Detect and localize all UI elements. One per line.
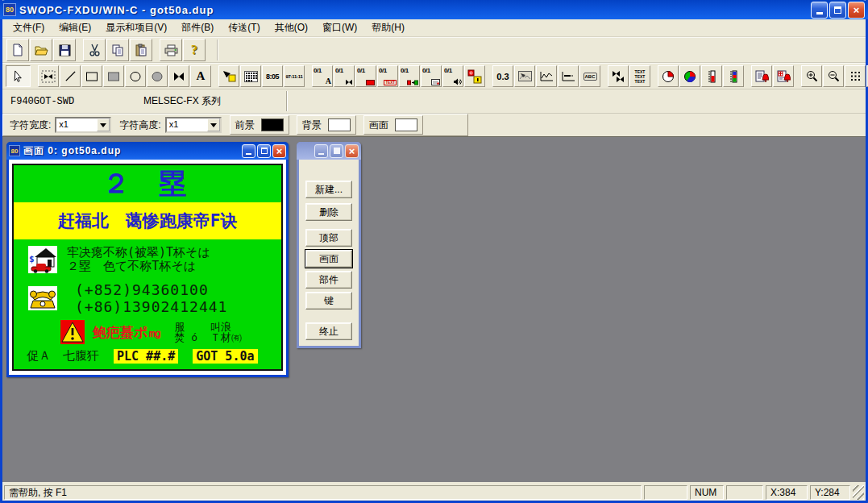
menu-file[interactable]: 文件(F) <box>6 19 52 37</box>
foreground-color-button[interactable]: 前景 <box>230 115 289 135</box>
filled-ellipse-icon <box>151 71 164 82</box>
screen-maximize-button[interactable] <box>257 144 271 158</box>
open-file-button[interactable] <box>30 39 52 61</box>
menu-window[interactable]: 窗口(W) <box>315 19 364 37</box>
level-meter-button[interactable] <box>701 65 722 87</box>
help-button[interactable]: ? <box>183 39 206 61</box>
zero-one-window-button[interactable]: 0/1 <box>421 65 442 87</box>
image-icon <box>518 71 532 81</box>
zoom-in-button[interactable] <box>801 65 822 87</box>
valve-button[interactable] <box>168 65 189 87</box>
screen-canvas-area[interactable]: ２ 塁 赶福北 蔼惨跑康帝F诀 $ <box>9 160 286 375</box>
top-button[interactable]: 顶部 <box>305 229 352 247</box>
clock-button[interactable]: 8:05 <box>262 65 283 87</box>
select-part-button[interactable] <box>38 65 59 87</box>
new-screen-button[interactable]: 新建... <box>305 181 352 198</box>
ascii-grid-button[interactable] <box>240 65 261 87</box>
screen-window-title-bar[interactable]: 80 画面 0: got50a.dup × <box>6 142 289 160</box>
screen-color-swatch[interactable] <box>395 118 417 131</box>
panel-close-button[interactable]: × <box>345 144 359 158</box>
zero-one-switch-button[interactable]: 0/1 <box>399 65 420 87</box>
resize-grip[interactable] <box>853 485 864 500</box>
zero-one-textbox-button[interactable]: 0/1TEXT <box>377 65 398 87</box>
panel-minimize-button[interactable] <box>314 144 328 158</box>
pie-chart-button[interactable] <box>658 65 679 87</box>
screen-info-row[interactable]: $ 牢决瘪不称(被翠)T杯そは ２塁 色て不称T杯そは <box>14 239 281 280</box>
decimal-display-button[interactable]: 0.3 <box>492 65 513 87</box>
screen-button[interactable]: 画面 <box>305 250 352 268</box>
background-swatch[interactable] <box>328 118 351 131</box>
copy-button[interactable] <box>106 39 129 61</box>
paste-button[interactable] <box>130 39 152 61</box>
line-button[interactable] <box>60 65 81 87</box>
new-file-button[interactable] <box>6 39 29 61</box>
char-height-select[interactable]: x1 <box>165 117 222 133</box>
title-bar[interactable]: 80 SWOPC-FXDU/WIN-C - got50a.dup × <box>0 0 868 19</box>
toggle-button-button[interactable] <box>464 65 485 87</box>
screen-minimize-button[interactable] <box>242 144 255 158</box>
print-button[interactable] <box>160 39 182 61</box>
foreground-swatch[interactable] <box>261 118 284 131</box>
alarm-history-button[interactable] <box>773 65 794 87</box>
char-width-dropdown-button[interactable] <box>97 118 110 131</box>
screen-phone-row[interactable]: (+852)94360100 (+86)13902412441 <box>14 280 281 317</box>
char-width-select[interactable]: x1 <box>55 117 111 133</box>
terminate-button[interactable]: 终止 <box>305 322 352 340</box>
zero-one-lamp-button[interactable]: 0/1 <box>355 65 376 87</box>
close-button[interactable]: × <box>848 2 865 19</box>
minimize-button[interactable] <box>811 2 828 19</box>
maximize-button[interactable] <box>829 2 846 19</box>
date-button[interactable]: 97:11:11 <box>284 65 305 87</box>
minimize-icon <box>318 153 324 155</box>
abc-display-button[interactable]: ABC <box>579 65 600 87</box>
ellipse-icon <box>129 71 142 82</box>
save-file-button[interactable] <box>53 39 76 61</box>
bar-graph-button[interactable] <box>558 65 579 87</box>
zero-one-valve-button[interactable]: 0/1 <box>334 65 355 87</box>
zoom-out-button[interactable] <box>823 65 844 87</box>
screen-subtitle-text[interactable]: 赶福北 蔼惨跑康帝F诀 <box>14 202 281 239</box>
screen-close-button[interactable]: × <box>272 144 286 158</box>
menu-help[interactable]: 帮助(H) <box>364 19 412 37</box>
cut-button[interactable] <box>83 39 106 61</box>
panel-title-bar[interactable]: × <box>297 142 361 160</box>
grid-button[interactable] <box>845 65 866 87</box>
key-button[interactable]: 键 <box>305 292 352 310</box>
screen-color-button[interactable]: 画面 <box>363 115 423 135</box>
image-button[interactable] <box>514 65 535 87</box>
zero-one-buzzer-button[interactable]: 0/1 <box>442 65 463 87</box>
screen-banner-text[interactable]: ２ 塁 <box>14 165 281 202</box>
ellipse-button[interactable] <box>125 65 146 87</box>
alarm-list-button[interactable] <box>751 65 772 87</box>
rectangle-icon <box>85 71 98 82</box>
panel-maximize-button[interactable] <box>330 144 343 158</box>
filled-rectangle-button[interactable] <box>103 65 124 87</box>
filled-ellipse-button[interactable] <box>147 65 168 87</box>
screen-warning-row[interactable]: 鲍疤蟇ポ㎎ 服 焚 ó 叫浪 Ｔ材㈲ <box>14 317 281 347</box>
screen-warning-mid-bottom: 焚 ó <box>174 332 197 343</box>
text-list-button[interactable]: TEXT TEXT TEXT <box>629 65 650 87</box>
delete-button[interactable]: 删除 <box>305 203 352 221</box>
pointer-button[interactable] <box>6 65 31 87</box>
got-screen-preview[interactable]: ２ 塁 赶福北 蔼惨跑康帝F诀 $ <box>12 164 283 371</box>
screen-editor-window[interactable]: 80 画面 0: got50a.dup × ２ 塁 赶福北 蔼惨跑康帝F诀 <box>6 142 289 377</box>
trend-graph-button[interactable] <box>536 65 557 87</box>
color-level-meter-button[interactable] <box>723 65 744 87</box>
menu-other[interactable]: 其他(O) <box>268 19 315 37</box>
menu-transfer[interactable]: 传送(T) <box>221 19 267 37</box>
background-color-button[interactable]: 背景 <box>297 115 356 135</box>
menu-parts[interactable]: 部件(B) <box>174 19 221 37</box>
char-height-dropdown-button[interactable] <box>207 118 220 131</box>
zero-one-text-button[interactable]: 0/1A <box>312 65 333 87</box>
rectangle-button[interactable] <box>81 65 102 87</box>
char-height-label: 字符高度: <box>119 118 160 132</box>
lamp-button[interactable] <box>218 65 239 87</box>
color-pie-chart-button[interactable] <box>679 65 700 87</box>
valve-list-button[interactable] <box>608 65 629 87</box>
menu-edit[interactable]: 编辑(E) <box>52 19 98 37</box>
screen-footer-row[interactable]: 促Ａ 七腹犴 PLC ##.# GOT 5.0a <box>14 347 281 364</box>
parts-button[interactable]: 部件 <box>305 271 352 289</box>
text-button[interactable]: A <box>190 65 211 87</box>
menu-view-project[interactable]: 显示和项目(V) <box>98 19 174 37</box>
tool-panel-window[interactable]: × 新建... 删除 顶部 画面 部件 键 终止 <box>297 142 361 348</box>
